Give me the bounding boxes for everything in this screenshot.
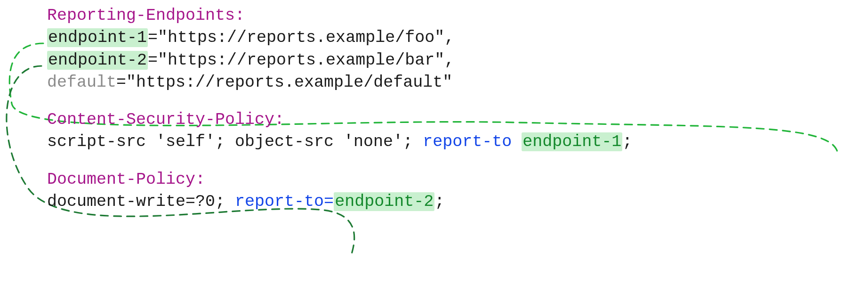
endpoint-1-label: endpoint-1 [47, 28, 148, 47]
header-name-csp: Content-Security-Policy: [47, 110, 284, 129]
endpoint-2-url: "https://reports.example/bar" [158, 51, 444, 70]
reporting-entry-1: endpoint-1="https://reports.example/foo"… [47, 27, 632, 49]
docpolicy-body-line: document-write=?0; report-to=endpoint-2; [47, 191, 632, 213]
docpolicy-report-to: report-to= [235, 192, 334, 211]
endpoint-2-label: endpoint-2 [47, 51, 148, 70]
spacer-1 [47, 94, 632, 109]
endpoint-2-eq: = [148, 51, 158, 70]
endpoint-1-url: "https://reports.example/foo" [158, 28, 444, 47]
csp-header-line: Content-Security-Policy: [47, 109, 632, 131]
header-name-docpolicy: Document-Policy: [47, 170, 205, 189]
docpolicy-body-pre: document-write=?0; [47, 192, 235, 211]
default-label: default [47, 73, 116, 92]
csp-space [512, 132, 522, 151]
reporting-endpoints-header-line: Reporting-Endpoints: [47, 5, 632, 27]
csp-body-line: script-src 'self'; object-src 'none'; re… [47, 131, 632, 153]
docpolicy-trail: ; [434, 192, 444, 211]
endpoint-2-trail: , [444, 51, 454, 70]
csp-endpoint-ref: endpoint-1 [522, 132, 622, 151]
csp-report-to: report-to [423, 132, 512, 151]
diagram-stage: Reporting-Endpoints: endpoint-1="https:/… [0, 0, 868, 294]
endpoint-1-trail: , [444, 28, 454, 47]
csp-body-pre: script-src 'self'; object-src 'none'; [47, 132, 423, 151]
spacer-2 [47, 154, 632, 169]
header-name-reporting: Reporting-Endpoints: [47, 6, 245, 25]
reporting-entry-default: default="https://reports.example/default… [47, 72, 632, 94]
docpolicy-endpoint-ref: endpoint-2 [334, 192, 434, 211]
default-url: "https://reports.example/default" [126, 73, 452, 92]
code-block: Reporting-Endpoints: endpoint-1="https:/… [47, 5, 632, 213]
endpoint-1-eq: = [148, 28, 158, 47]
csp-trail: ; [622, 132, 632, 151]
reporting-entry-2: endpoint-2="https://reports.example/bar"… [47, 49, 632, 72]
docpolicy-header-line: Document-Policy: [47, 169, 632, 191]
default-eq: = [116, 73, 126, 92]
